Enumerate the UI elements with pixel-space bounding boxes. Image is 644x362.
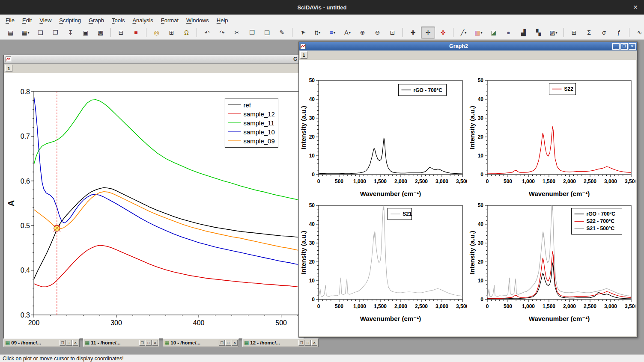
project-explorer-button[interactable]: ◎ (149, 27, 164, 39)
raman-rgo-canvas[interactable]: 05001,0001,5002,0002,5003,0003,500010203… (300, 75, 467, 199)
screen-reader-button[interactable]: ✜ (436, 27, 450, 39)
lock-toolbars-button[interactable]: Ω (179, 27, 194, 39)
row-statistics-button[interactable]: Σ (582, 27, 596, 39)
graph1-page-tab[interactable]: 1 (5, 65, 12, 72)
plot-style-button[interactable]: ▨▾ (546, 27, 561, 39)
save-template-button[interactable]: ▩ (93, 27, 107, 39)
data-reader-button[interactable]: ✛ (421, 27, 435, 39)
script-editor-button[interactable]: ✎ (275, 27, 289, 39)
plot-legend[interactable]: refsample_12sample_11sample_10sample_09 (225, 98, 278, 148)
draw-line-button[interactable]: ╱▾ (456, 27, 471, 39)
copy-button[interactable]: ❒ (245, 27, 259, 39)
graph1-title: G (293, 56, 297, 62)
plot-histogram-button[interactable]: ▟ (516, 27, 531, 39)
minimized-window-tab[interactable]: ▦11 - /home/...❐□✕ (83, 338, 159, 347)
close-icon[interactable]: ✕ (633, 0, 638, 15)
add-layer-button[interactable]: tt▾ (310, 27, 325, 39)
minimized-window-tab[interactable]: ▦09 - /home/...❐□✕ (3, 338, 80, 347)
export-pdf-icon: ■ (134, 30, 137, 36)
graph2-titlebar[interactable]: Graph2 _ ❐ ✕ (299, 42, 637, 50)
svg-text:2,500: 2,500 (584, 178, 596, 184)
graph1-titlebar[interactable]: G (4, 55, 304, 64)
minimize-icon[interactable]: _ (612, 43, 620, 50)
menu-view[interactable]: View (36, 15, 55, 25)
open-template-button[interactable]: ❐ (48, 27, 63, 39)
paste-button[interactable]: ❑ (260, 27, 274, 39)
close-icon[interactable]: ✕ (152, 340, 158, 346)
close-icon[interactable]: ✕ (232, 340, 238, 346)
plot-3d-button[interactable]: ● (501, 27, 516, 39)
graph1-window: G 1 2003004005000.30.40.50.60.70.8Arefsa… (3, 55, 304, 339)
raman-combined-canvas[interactable]: 05001,0001,5002,0002,5003,0003,500010203… (468, 200, 635, 324)
menu-tools[interactable]: Tools (108, 15, 128, 25)
open-project-button[interactable]: ❏ (33, 27, 48, 39)
plot-bars-button[interactable]: ▚ (531, 27, 546, 39)
zoom-in-button[interactable]: ⊕ (355, 27, 370, 39)
new-table-icon: ▦ (21, 30, 27, 36)
menu-analysis[interactable]: Analysis (128, 15, 157, 25)
menu-format[interactable]: Format (157, 15, 182, 25)
new-project-icon: ▤ (8, 30, 13, 36)
new-table-button[interactable]: ▦▾ (18, 27, 33, 39)
color-map-button[interactable]: ▥▾ (471, 27, 486, 39)
add-column-button[interactable]: ⊞ (567, 27, 581, 39)
menubar: FileEditViewScriptingGraphToolsAnalysisF… (0, 15, 644, 26)
column-statistics-button[interactable]: σ (597, 27, 611, 39)
open-template-icon: ❐ (53, 30, 58, 36)
minimized-window-tab[interactable]: ▦12 - /home/...❐□✕ (242, 338, 319, 347)
raman-s21-canvas[interactable]: 05001,0001,5002,0002,5003,0003,500010203… (300, 200, 467, 324)
maximize-icon[interactable]: □ (225, 340, 231, 346)
undo-button[interactable]: ↶ (200, 27, 214, 39)
plot-wizard-button[interactable]: ∿ (632, 27, 644, 39)
app-titlebar[interactable]: SciDAVis - untitled ✕ (0, 0, 644, 15)
raman-s22-canvas[interactable]: 05001,0001,5002,0002,5003,0003,500010203… (468, 75, 635, 199)
cut-button[interactable]: ✂ (230, 27, 244, 39)
restore-icon[interactable]: ❐ (219, 340, 225, 346)
set-column-values-button[interactable]: ƒ (612, 27, 626, 39)
results-log-button[interactable]: ⊞ (164, 27, 179, 39)
svg-text:2,000: 2,000 (394, 303, 407, 309)
graph2-page-tab[interactable]: 1 (300, 51, 307, 59)
zoom-in-icon: ⊕ (360, 30, 365, 36)
minimized-window-tab[interactable]: ▦10 - /home/...❐□✕ (163, 338, 239, 347)
redo-button[interactable]: ↷ (215, 27, 229, 39)
pointer-button[interactable]: ➤ (295, 27, 310, 39)
plot-legend[interactable]: rGO - 700°C (398, 84, 446, 96)
close-icon[interactable]: ✕ (311, 340, 317, 346)
restore-icon[interactable]: ❐ (139, 340, 145, 346)
restore-icon[interactable]: ❐ (298, 340, 304, 346)
svg-text:30: 30 (309, 240, 315, 246)
new-project-button[interactable]: ▤ (3, 27, 18, 39)
menu-help[interactable]: Help (213, 15, 232, 25)
maximize-icon[interactable]: □ (66, 340, 72, 346)
zoom-out-button[interactable]: ⊖ (370, 27, 385, 39)
print-button[interactable]: ⊟ (114, 27, 128, 39)
menu-scripting[interactable]: Scripting (55, 15, 85, 25)
add-image-button[interactable]: ◪ (486, 27, 501, 39)
save-project-button[interactable]: ▣ (78, 27, 92, 39)
uv-vis-plot-canvas[interactable]: 2003004005000.30.40.50.60.70.8Arefsample… (4, 73, 304, 338)
menu-windows[interactable]: Windows (182, 15, 213, 25)
close-icon[interactable]: ✕ (72, 340, 78, 346)
export-pdf-button[interactable]: ■ (129, 27, 143, 39)
rescale-to-show-all-button[interactable]: ⊡ (385, 27, 400, 39)
menu-graph[interactable]: Graph (85, 15, 108, 25)
select-data-range-button[interactable]: ✚ (406, 27, 420, 39)
close-icon[interactable]: ✕ (629, 43, 636, 50)
plot-legend[interactable]: S22 (549, 83, 575, 95)
table-window-icon: ▦ (5, 340, 10, 346)
plot-legend[interactable]: S21 (388, 208, 412, 220)
maximize-icon[interactable]: □ (146, 340, 152, 346)
import-ascii-button[interactable]: ↧ (63, 27, 78, 39)
maximize-icon[interactable]: □ (305, 340, 311, 346)
svg-text:S22 - 700°C: S22 - 700°C (587, 218, 615, 224)
restore-icon[interactable]: ❐ (60, 340, 66, 346)
restore-icon[interactable]: ❐ (620, 43, 628, 50)
svg-text:S22: S22 (564, 86, 573, 92)
svg-text:20: 20 (309, 259, 315, 265)
add-curve-button[interactable]: ≡▾ (325, 27, 340, 39)
menu-edit[interactable]: Edit (18, 15, 36, 25)
add-text-button[interactable]: A▾ (340, 27, 355, 39)
plot-legend[interactable]: rGO - 700°CS22 - 700°CS21 - 500°C (572, 208, 622, 234)
menu-file[interactable]: File (2, 15, 18, 25)
